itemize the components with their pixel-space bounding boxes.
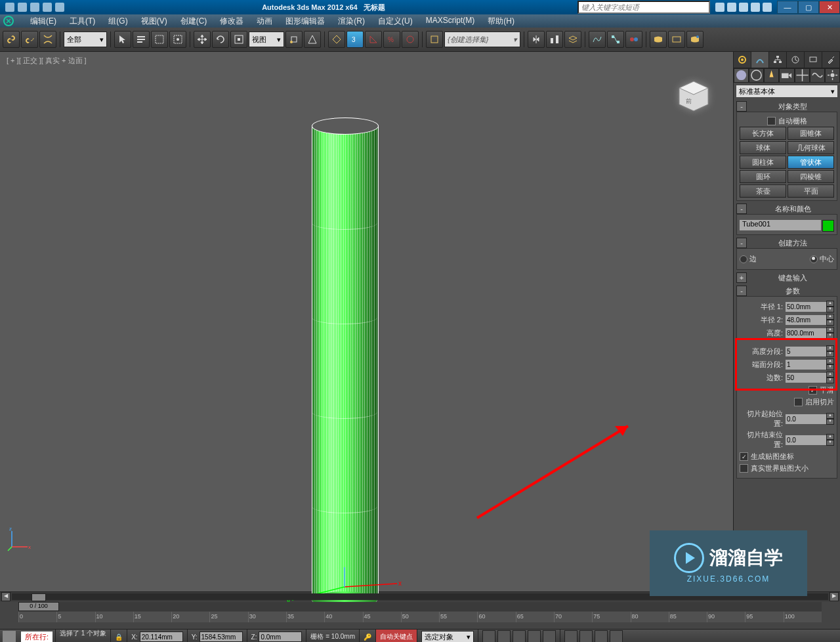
menu-item[interactable]: 修改器 — [213, 16, 250, 27]
create-tab[interactable] — [734, 52, 751, 68]
coord-x-input[interactable] — [140, 631, 183, 642]
sliceto-spinner[interactable]: 0.0 — [786, 435, 826, 445]
menu-item[interactable]: 创建(C) — [174, 16, 214, 27]
slicefrom-spinner[interactable]: 0.0 — [786, 414, 826, 424]
helpers-subtab[interactable] — [795, 68, 810, 83]
new-icon[interactable] — [5, 3, 14, 12]
window-cross-icon[interactable] — [169, 31, 186, 48]
name-rollout-head[interactable]: -名称和颜色 — [736, 203, 837, 214]
center-radio[interactable]: 中心 — [810, 254, 834, 264]
refcoord-dropdown[interactable]: 视图▾ — [249, 32, 284, 47]
percent-snap-icon[interactable]: % — [383, 31, 400, 48]
object-color-swatch[interactable] — [822, 220, 834, 232]
select-icon[interactable] — [114, 31, 131, 48]
bind-icon[interactable] — [39, 31, 56, 48]
angle-snap-icon[interactable] — [365, 31, 382, 48]
zoom-icon[interactable] — [564, 630, 578, 642]
menu-item[interactable]: MAXScript(M) — [419, 16, 482, 27]
time-ruler[interactable]: 0510152025303540455055606570758085909510… — [18, 612, 822, 622]
next-frame-icon[interactable] — [528, 630, 541, 642]
autogrid-checkbox[interactable] — [767, 117, 776, 125]
zoom-all-icon[interactable] — [579, 630, 593, 642]
scroll-right-icon[interactable]: ▶ — [830, 592, 839, 601]
viewport-label[interactable]: [ + ][ 正交 ][ 真实 + 边面 ] — [7, 56, 87, 66]
systems-subtab[interactable] — [825, 68, 840, 83]
menu-item[interactable]: 编辑(E) — [24, 16, 63, 27]
app-menu-icon[interactable] — [3, 15, 18, 27]
cameras-subtab[interactable] — [779, 68, 794, 83]
layer-icon[interactable] — [564, 31, 581, 48]
viewcube[interactable]: 前 — [674, 78, 713, 118]
create-茶壶[interactable]: 茶壶 — [740, 184, 786, 198]
save-icon[interactable] — [30, 3, 39, 12]
help-icon[interactable] — [763, 3, 772, 12]
zoom-extents-icon[interactable] — [595, 630, 608, 642]
height-spinner[interactable]: 800.0mm — [786, 328, 826, 338]
script-listener[interactable]: 所在行: — [21, 631, 52, 642]
spinner-snap-icon[interactable] — [402, 31, 419, 48]
goto-end-icon[interactable] — [543, 630, 556, 642]
undo-icon[interactable] — [43, 3, 52, 12]
render-frame-icon[interactable] — [668, 31, 685, 48]
geometry-subtab[interactable] — [734, 68, 749, 83]
menu-item[interactable]: 自定义(U) — [371, 16, 419, 27]
mirror-icon[interactable] — [528, 31, 545, 48]
motion-tab[interactable] — [787, 52, 805, 68]
open-icon[interactable] — [18, 3, 27, 12]
binoculars-icon[interactable] — [715, 3, 724, 12]
menu-item[interactable]: 帮助(H) — [481, 16, 521, 27]
keyboard-shortcut-icon[interactable] — [328, 31, 345, 48]
object-name-input[interactable]: Tube001 — [740, 220, 821, 230]
edit-selset-icon[interactable] — [426, 31, 443, 48]
create-球体[interactable]: 球体 — [740, 141, 786, 154]
time-tag-icon[interactable]: 🔑 — [364, 633, 371, 641]
minimize-button[interactable]: — — [777, 1, 798, 14]
geometry-category-dropdown[interactable]: 标准基本体▾ — [736, 85, 837, 97]
create-平面[interactable]: 平面 — [788, 184, 834, 198]
keyin-rollout-head[interactable]: +键盘输入 — [736, 272, 837, 283]
maxscript-icon[interactable] — [3, 631, 16, 642]
unlink-icon[interactable] — [21, 31, 38, 48]
radius1-spinner[interactable]: 50.0mm — [786, 302, 826, 312]
render-setup-icon[interactable] — [650, 31, 667, 48]
coord-y-input[interactable] — [200, 631, 243, 642]
viewport[interactable]: [ + ][ 正交 ][ 真实 + 边面 ] 前 zx x y — [0, 52, 733, 591]
star-icon[interactable] — [739, 3, 748, 12]
realworld-checkbox[interactable] — [740, 464, 748, 473]
rect-select-icon[interactable] — [151, 31, 168, 48]
lock-icon[interactable]: 🔒 — [115, 633, 123, 641]
align-icon[interactable] — [546, 31, 563, 48]
play-icon[interactable] — [513, 630, 526, 642]
modify-tab[interactable] — [751, 52, 769, 68]
display-tab[interactable] — [805, 52, 822, 68]
utilities-tab[interactable] — [822, 52, 840, 68]
create-管状体[interactable]: 管状体 — [788, 156, 834, 169]
schematic-icon[interactable] — [607, 31, 624, 48]
scale-icon[interactable] — [230, 31, 247, 48]
search-input[interactable] — [578, 1, 710, 14]
lights-subtab[interactable] — [764, 68, 779, 83]
create-圆环[interactable]: 圆环 — [740, 170, 786, 183]
method-rollout-head[interactable]: -创建方法 — [736, 238, 837, 248]
snap-icon[interactable]: 3 — [346, 31, 364, 48]
maximize-button[interactable]: ▢ — [798, 1, 819, 14]
spacewarps-subtab[interactable] — [810, 68, 825, 83]
tube-object[interactable]: x y — [312, 118, 377, 600]
curve-editor-icon[interactable] — [589, 31, 606, 48]
redo-icon[interactable] — [55, 3, 64, 12]
menu-item[interactable]: 组(G) — [102, 16, 134, 27]
favorite-icon[interactable] — [751, 3, 760, 12]
pivot-icon[interactable] — [285, 31, 303, 48]
heightseg-spinner[interactable]: 5 — [786, 347, 826, 356]
radius2-spinner[interactable]: 48.0mm — [786, 315, 826, 325]
selset-dropdown[interactable]: {创建选择集}▾ — [444, 32, 520, 47]
params-rollout-head[interactable]: -参数 — [736, 286, 837, 296]
slice-checkbox[interactable] — [794, 398, 803, 406]
menu-item[interactable]: 渲染(R) — [331, 16, 371, 27]
hierarchy-tab[interactable] — [769, 52, 787, 68]
link-icon[interactable] — [3, 31, 20, 48]
transform-gizmo[interactable]: x y — [266, 567, 423, 607]
close-button[interactable]: ✕ — [819, 1, 840, 14]
keymode-dropdown[interactable]: 选定对象▾ — [421, 631, 474, 642]
menu-item[interactable]: 图形编辑器 — [279, 16, 331, 27]
